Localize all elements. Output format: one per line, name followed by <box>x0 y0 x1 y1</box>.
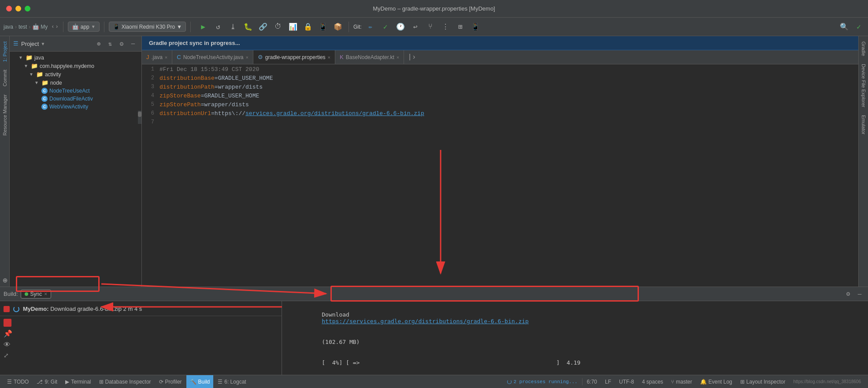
build-minimize-icon[interactable]: — <box>855 289 864 299</box>
coverage-button[interactable]: 📊 <box>287 21 299 33</box>
layout-inspector-label: Layout Inspector <box>746 379 786 385</box>
tab-label-nodetree: NodeTreeUseActivity.java <box>183 54 244 60</box>
toolbar-more-1[interactable]: ⋮ <box>439 21 452 33</box>
avd-button[interactable]: 📱 <box>317 21 329 33</box>
tree-item-activity[interactable]: ▼ 📁 activity <box>10 70 141 78</box>
status-build[interactable]: 🔨 Build <box>186 375 214 388</box>
tab-close-basenode[interactable]: × <box>397 55 399 60</box>
tab-close-java[interactable]: × <box>165 55 167 60</box>
add-file-icon[interactable]: ⊕ <box>94 39 104 48</box>
class-icon-webview: C <box>41 104 48 110</box>
status-position[interactable]: 6:70 <box>583 375 601 388</box>
git-check-icon[interactable]: ✓ <box>379 21 392 33</box>
scroll-thumb[interactable] <box>138 112 141 117</box>
status-encoding[interactable]: UTF-8 <box>616 375 638 388</box>
tab-close-gradle[interactable]: × <box>328 55 330 60</box>
attach-debug-button[interactable]: 🔗 <box>257 21 269 33</box>
class-icon-nodetreeuse: C <box>41 88 48 94</box>
pin-icon[interactable]: 📌 <box>4 329 278 338</box>
sidebar-tab-bottom[interactable]: ⊕ <box>0 274 10 287</box>
right-tab-emulator[interactable]: Emulator <box>860 112 868 138</box>
window-controls[interactable] <box>6 6 30 11</box>
stop-build-button[interactable] <box>4 319 11 327</box>
project-dropdown-arrow[interactable]: ▼ <box>41 41 45 46</box>
right-sidebar-tabs: Gradle Device File Explorer Emulator <box>858 36 868 287</box>
tree-expand-node[interactable]: ▼ <box>34 80 39 85</box>
tree-item-downloadfile[interactable]: C DownloadFileActiv <box>10 95 141 103</box>
toolbar-more-3[interactable]: 📱 <box>469 21 482 33</box>
minimize-panel-icon[interactable]: — <box>128 39 138 48</box>
status-todo[interactable]: ☰ TODO <box>4 375 32 388</box>
tab-java[interactable]: J .java × <box>142 50 172 64</box>
sync-files-icon[interactable]: ⇅ <box>105 39 115 48</box>
tree-expand-activity[interactable]: ▼ <box>29 72 33 77</box>
tree-item-node[interactable]: ▼ 📁 node <box>10 78 141 87</box>
logcat-label: 6: Logcat <box>224 379 246 385</box>
nav-forward-icon[interactable]: › <box>56 24 59 30</box>
toolbar-more-2[interactable]: ⊞ <box>454 21 467 33</box>
tree-item-nodetreeuse[interactable]: C NodeTreeUseAct <box>10 87 141 95</box>
right-tab-device-explorer[interactable]: Device File Explorer <box>860 60 868 111</box>
status-layout-inspector[interactable]: ⊞ Layout Inspector <box>737 375 789 388</box>
app-module-dropdown[interactable]: 🤖 app ▼ <box>68 22 100 32</box>
git-history-icon[interactable]: 🕐 <box>394 21 407 33</box>
sync-button[interactable]: ↺ <box>212 21 224 33</box>
sdk-button[interactable]: 📦 <box>332 21 344 33</box>
breadcrumb-sep2: › <box>29 24 30 30</box>
sync-project-button[interactable]: ⤓ <box>227 21 239 33</box>
tab-nodetree[interactable]: C NodeTreeUseActivity.java × <box>172 50 253 64</box>
close-button[interactable] <box>6 6 12 11</box>
tree-item-java[interactable]: ▼ 📁 java <box>10 53 141 62</box>
git-push-icon[interactable]: ✏ <box>364 21 377 33</box>
maximize-button[interactable] <box>25 6 30 11</box>
sidebar-tab-resource-manager[interactable]: Resource Manager <box>1 91 9 139</box>
status-indent[interactable]: 4 spaces <box>638 375 667 388</box>
sidebar-tab-commit[interactable]: Commit <box>1 66 9 90</box>
status-database[interactable]: ⊞ Database Inspector <box>96 375 155 388</box>
tab-gradle-wrapper[interactable]: ⚙ gradle-wrapper.properties × <box>253 50 335 64</box>
phone-icon: 📱 <box>113 23 120 30</box>
device-selector-dropdown[interactable]: 📱 Xiaomi Redmi K30 Pro ▼ <box>109 22 186 32</box>
code-editor[interactable]: 1 #Fri Dec 18 15:53:49 CST 2020 2 distri… <box>142 64 858 287</box>
debug-button[interactable]: 🐛 <box>242 21 254 33</box>
breadcrumb-nav-icons[interactable]: ‹ › <box>51 24 58 30</box>
build-settings-icon[interactable]: ⚙ <box>843 289 853 299</box>
minimize-button[interactable] <box>15 6 21 11</box>
build-stop-button[interactable] <box>4 306 10 312</box>
status-terminal[interactable]: ▶ Terminal <box>62 375 94 388</box>
nav-back-icon[interactable]: ‹ <box>51 24 54 30</box>
status-event-log[interactable]: 🔔 Event Log <box>697 375 736 388</box>
todo-label: TODO <box>14 379 29 385</box>
more-tabs-button[interactable]: |› <box>404 53 419 61</box>
tree-item-webview[interactable]: C WebViewActivity <box>10 103 141 111</box>
build-download-url[interactable]: https://services.gradle.org/distribution… <box>322 318 529 325</box>
run-button[interactable]: ▶ <box>197 21 209 33</box>
toolbar-separator-4 <box>349 22 349 32</box>
build-apk-button[interactable]: 🔒 <box>302 21 314 33</box>
search-everywhere-button[interactable]: 🔍 <box>838 21 850 33</box>
sidebar-tab-project[interactable]: 1: Project <box>1 38 9 65</box>
build-download-line: Download https://services.gradle.org/dis… <box>287 305 863 331</box>
tree-expand-com[interactable]: ▼ <box>24 63 28 68</box>
git-rollback-icon[interactable]: ↩ <box>409 21 422 33</box>
tree-item-com[interactable]: ▼ 📁 com.happylee.mydemo <box>10 62 141 70</box>
right-tab-gradle[interactable]: Gradle <box>860 38 868 60</box>
build-sync-tab[interactable]: Sync × <box>21 290 52 298</box>
settings-icon[interactable]: ⚙ <box>117 39 126 48</box>
build-tab-close[interactable]: × <box>44 291 47 297</box>
tab-label-gradle: gradle-wrapper.properties <box>265 54 326 60</box>
process-spinner <box>507 380 512 384</box>
tree-expand-java[interactable]: ▼ <box>19 55 23 60</box>
status-profiler[interactable]: ⟳ Profiler <box>156 375 185 388</box>
line-num-2: 2 <box>142 75 160 81</box>
eye-icon[interactable]: 👁 <box>4 341 278 349</box>
profile-button[interactable]: ⏱ <box>272 21 284 33</box>
tab-close-nodetree[interactable]: × <box>245 55 248 60</box>
expand-icon[interactable]: ⤢ <box>4 352 278 359</box>
git-branch-icon[interactable]: ⑂ <box>424 21 437 33</box>
status-lf[interactable]: LF <box>601 375 615 388</box>
status-git[interactable]: ⎇ 9: Git <box>33 375 61 388</box>
status-logcat[interactable]: ☰ 6: Logcat <box>214 375 249 388</box>
tab-basenode[interactable]: K BaseNodeAdapter.kt × <box>335 50 404 64</box>
status-vcs[interactable]: ⑂ master <box>668 375 696 388</box>
